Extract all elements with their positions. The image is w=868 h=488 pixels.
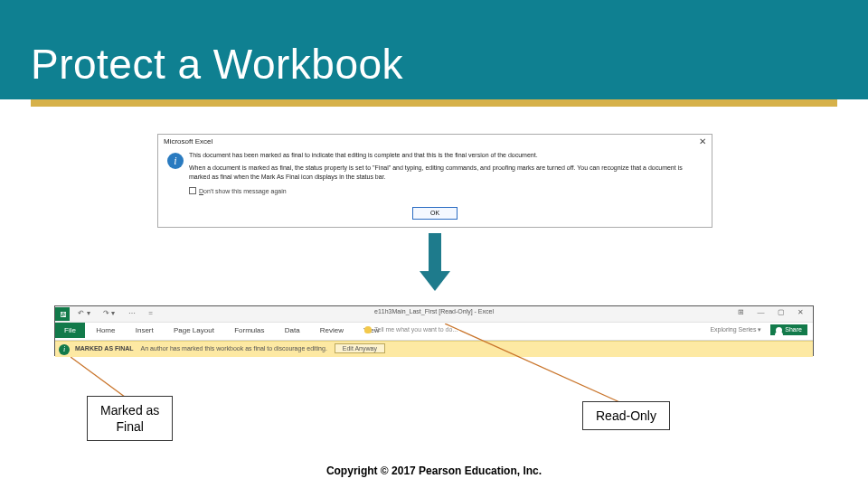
quick-access-toolbar: 🖫 ↶ ▾ ↷ ▾ ⋯ = e11h3Main_Last_First [Read… bbox=[55, 306, 813, 323]
bulb-icon bbox=[364, 326, 372, 333]
flow-arrow-head bbox=[420, 271, 450, 291]
info-badge-icon: i bbox=[59, 344, 70, 355]
marked-final-dialog: Microsoft Excel ✕ i This document has be… bbox=[157, 134, 712, 228]
callout-pointer-right bbox=[445, 324, 635, 410]
qat-more[interactable]: ⋯ bbox=[124, 306, 140, 317]
info-icon: i bbox=[167, 153, 184, 169]
ribbon-tabs: File Home Insert Page Layout Formulas Da… bbox=[55, 323, 813, 341]
undo-button[interactable]: ↶ ▾ bbox=[73, 306, 94, 317]
checkbox-box[interactable] bbox=[189, 187, 196, 194]
edit-anyway-button[interactable]: Edit Anyway bbox=[335, 343, 385, 353]
tab-home[interactable]: Home bbox=[87, 323, 124, 338]
marked-final-label: MARKED AS FINAL bbox=[75, 342, 134, 352]
account-label[interactable]: Exploring Series ▾ bbox=[710, 326, 769, 333]
tab-file[interactable]: File bbox=[55, 323, 85, 338]
slide-title: Protect a Workbook bbox=[31, 40, 403, 89]
copyright: Copyright © 2017 Pearson Education, Inc. bbox=[0, 465, 868, 477]
dialog-app-title: Microsoft Excel bbox=[164, 137, 212, 145]
person-icon bbox=[776, 327, 782, 333]
dont-show-checkbox[interactable]: Don't show this message again bbox=[189, 187, 287, 194]
excel-ribbon: 🖫 ↶ ▾ ↷ ▾ ⋯ = e11h3Main_Last_First [Read… bbox=[54, 305, 814, 356]
qat-sep: = bbox=[144, 306, 157, 317]
callout-marked-as-final: Marked as Final bbox=[87, 396, 173, 441]
marked-final-desc: An author has marked this workbook as fi… bbox=[136, 342, 333, 352]
tab-formulas[interactable]: Formulas bbox=[225, 323, 273, 338]
svg-line-1 bbox=[445, 324, 626, 405]
callout-read-only: Read-Only bbox=[582, 401, 670, 430]
redo-button[interactable]: ↷ ▾ bbox=[99, 306, 119, 317]
tab-review[interactable]: Review bbox=[311, 323, 353, 338]
slide-header: Protect a Workbook bbox=[0, 0, 868, 99]
window-title: e11h3Main_Last_First [Read-Only] - Excel bbox=[374, 308, 494, 314]
tell-me[interactable]: Tell me what you want to do... bbox=[364, 326, 458, 333]
message-bar: i MARKED AS FINAL An author has marked t… bbox=[55, 341, 813, 357]
dialog-body: This document has been marked as final t… bbox=[189, 151, 703, 182]
tab-page-layout[interactable]: Page Layout bbox=[165, 323, 223, 338]
dialog-close-button[interactable]: ✕ bbox=[699, 136, 706, 146]
flow-arrow-shaft bbox=[429, 233, 441, 271]
gold-underline bbox=[31, 99, 837, 107]
share-button[interactable]: Share bbox=[770, 324, 807, 335]
ok-button[interactable]: OK bbox=[412, 207, 458, 220]
dialog-line-2: When a document is marked as final, the … bbox=[189, 164, 703, 182]
tab-data[interactable]: Data bbox=[276, 323, 309, 338]
save-icon[interactable]: 🖫 bbox=[55, 307, 70, 321]
tab-insert[interactable]: Insert bbox=[127, 323, 163, 338]
dialog-line-1: This document has been marked as final t… bbox=[189, 151, 703, 160]
window-controls[interactable]: ⊞ — ▢ ✕ bbox=[738, 308, 809, 316]
